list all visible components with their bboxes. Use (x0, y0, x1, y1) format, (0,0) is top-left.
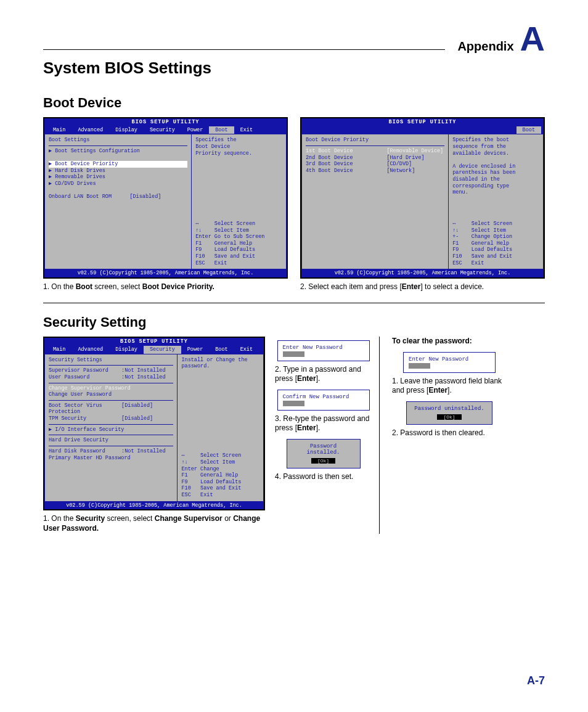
caption-text: screen, select (105, 514, 155, 523)
key-hint: F1 General Help (195, 240, 282, 247)
panel-title: Security Settings (49, 357, 173, 364)
caption-text: ]. (316, 424, 321, 432)
key-hint: ↔ Select Screen (181, 452, 259, 459)
caption-clear2: 2. Password is then cleared. (392, 428, 507, 438)
field-value: :Not Installed (121, 367, 173, 374)
bios-item: Change User Password (49, 391, 173, 398)
bios-field-row: 2nd Boot Device [Hard Drive] (306, 155, 444, 162)
section-divider (43, 303, 545, 303)
password-mask-icon (409, 363, 430, 369)
appendix-letter: A (520, 22, 545, 56)
bios-title: BIOS SETUP UTILITY (301, 118, 544, 126)
caption-boot-right: 2. Select each item and press [Enter] to… (300, 282, 545, 292)
field-label: 4th Boot Device (306, 168, 386, 174)
dialog-enter-password-blank: Enter New Password (403, 352, 496, 373)
bios-item: ▶ Removable Drives (49, 174, 187, 181)
bios-field-row: Supervisor Password:Not Installed (49, 367, 173, 374)
key-hint: F9 Load Defaults (181, 479, 259, 486)
bios-keys: ↔ Select Screen ↑↓ Select Item Enter Cha… (181, 452, 259, 498)
field-value: [Network] (386, 168, 444, 174)
bios-footer: v02.59 (C)Copyright 1985-2005, American … (44, 269, 287, 277)
key-hint: F10 Save and Exit (195, 253, 282, 260)
key-hint: ESC Exit (195, 260, 282, 267)
bios-field-row: 3rd Boot Device [CD/DVD] (306, 161, 444, 168)
field-value: :Not Installed (121, 448, 173, 455)
field-value: [Disabled] (121, 415, 173, 422)
caption-security-bios: 1. On the Security screen, select Change… (43, 514, 265, 533)
appendix-header: Appendix A (445, 22, 545, 56)
bios-title: BIOS SETUP UTILITY (44, 338, 264, 346)
section-heading-security: Security Setting (43, 314, 545, 330)
bios-screenshot-boot-priority: BIOS SETUP UTILITY Boot Boot Device Prio… (300, 117, 545, 279)
section-heading-boot: Boot Device (43, 95, 545, 111)
field-value: [Disabled] (129, 194, 187, 200)
bios-field-row: 1st Boot Device [Removable Device] (306, 148, 444, 155)
caption-text: ]. (447, 386, 452, 395)
bios-item: Primary Master HD Password (49, 455, 173, 462)
dialog-label: Enter New Password (283, 345, 343, 351)
dialog-label: Password installed. (292, 443, 355, 456)
clear-password-heading: To clear the password: (392, 337, 472, 345)
key-hint: +- Change Option (452, 234, 539, 240)
caption-text: ] to select a device. (420, 282, 484, 291)
menu-exit: Exit (234, 346, 259, 354)
menu-main: Main (47, 126, 71, 134)
bios-item: ▶ CD/DVD Drives (49, 181, 187, 187)
key-hint: Enter Go to Sub Screen (195, 234, 282, 240)
menu-security: Security (144, 346, 181, 354)
bios-field-row: 4th Boot Device [Network] (306, 168, 444, 174)
key-hint: ↑↓ Select Item (452, 227, 539, 234)
menu-exit: Exit (234, 126, 259, 134)
bios-field-row: Boot Sector Virus Protection[Disabled] (49, 403, 173, 415)
bios-footer: v02.59 (C)Copyright 1985-2005, American … (44, 502, 264, 510)
menu-power: Power (181, 346, 210, 354)
bios-menubar: Boot (301, 126, 544, 134)
panel-title: Boot Settings (49, 137, 187, 144)
field-label: Boot Sector Virus Protection (49, 403, 121, 415)
menu-advanced: Advanced (71, 126, 109, 134)
dialog-label: Password uninstalled. (412, 406, 487, 412)
dialog-password-installed: Password installed. [Ok] (287, 439, 361, 469)
key-hint: ↔ Select Screen (195, 221, 282, 227)
password-mask-icon: **** (283, 351, 304, 357)
caption-boot-left: 1. On the Boot screen, select Boot Devic… (43, 282, 288, 292)
menu-boot: Boot (517, 126, 541, 134)
bios-menubar: Main Advanced Display Security Power Boo… (44, 126, 287, 134)
key-hint: F9 Load Defaults (195, 247, 282, 253)
field-label: TPM Security (49, 415, 121, 422)
bios-keys: ↔ Select Screen ↑↓ Select Item +- Change… (452, 221, 539, 266)
caption-bold: Enter (297, 424, 316, 432)
panel-title: Boot Device Priority (306, 137, 444, 144)
dialog-enter-password: Enter New Password **** (277, 340, 370, 361)
panel-subtitle: Hard Drive Security (49, 437, 173, 444)
key-hint: ESC Exit (181, 492, 259, 499)
key-hint: F10 Save and Exit (452, 253, 539, 260)
caption-step4: 4. Password is then set. (275, 472, 372, 481)
caption-bold: Enter (428, 386, 447, 395)
key-hint: ↔ Select Screen (452, 221, 539, 227)
bios-field-row: User Password:Not Installed (49, 374, 173, 381)
caption-bold: Change Supervisor (155, 514, 223, 523)
field-value: [Hard Drive] (386, 155, 444, 162)
caption-step2: 2. Type in a password and press [Enter]. (275, 365, 372, 383)
password-mask-icon: **** (283, 401, 304, 406)
field-value: [Removable Device] (386, 148, 444, 155)
caption-bold: Boot Device Priority. (142, 282, 214, 291)
bios-menubar: Main Advanced Display Security Power Boo… (44, 346, 264, 354)
bios-item-selected: Change Supervisor Password (49, 385, 173, 392)
bios-screenshot-boot-settings: BIOS SETUP UTILITY Main Advanced Display… (43, 117, 288, 279)
bios-field-row: Hard Disk Password:Not Installed (49, 448, 173, 455)
menu-main: Main (47, 346, 71, 354)
bios-help: Specifies the boot sequence from the ava… (452, 137, 539, 196)
menu-power: Power (181, 126, 210, 134)
menu-display: Display (109, 346, 144, 354)
field-label: Hard Disk Password (49, 448, 121, 455)
key-hint: F9 Load Defaults (452, 247, 539, 253)
dialog-password-uninstalled: Password uninstalled. [Ok] (406, 401, 492, 425)
bios-item: ▶ I/O Interface Security (49, 427, 173, 433)
bios-help: Specifies the Boot Device Priority seque… (195, 137, 282, 157)
key-hint: F1 General Help (181, 472, 259, 479)
caption-text: ]. (316, 374, 321, 383)
caption-step3: 3. Re-type the password and press [Enter… (275, 414, 372, 433)
dialog-label: Enter New Password (409, 356, 468, 362)
